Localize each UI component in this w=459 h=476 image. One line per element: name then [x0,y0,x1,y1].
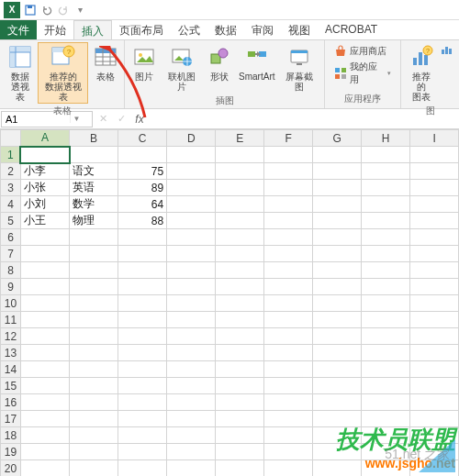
cell-A9[interactable] [20,279,69,295]
cell-G20[interactable] [313,460,362,477]
cell-C7[interactable] [118,246,167,262]
cell-B15[interactable] [70,378,118,394]
cell-E8[interactable] [216,262,264,279]
cell-B1[interactable] [70,147,118,163]
col-header-A[interactable]: A [20,130,69,147]
cell-A18[interactable] [20,427,69,444]
chart-icon-1[interactable] [441,46,453,57]
col-header-D[interactable]: D [167,130,216,147]
cell-I4[interactable] [410,196,459,213]
cell-I3[interactable] [410,180,459,196]
cell-F20[interactable] [264,460,313,477]
cell-E9[interactable] [216,279,264,295]
tab-acrobat[interactable]: ACROBAT [318,20,385,39]
cell-E4[interactable] [216,196,264,213]
cell-D10[interactable] [167,295,216,312]
cell-H14[interactable] [362,361,410,378]
recommended-charts-button[interactable]: ? 推荐的 图表 [405,42,437,104]
tab-home[interactable]: 开始 [37,20,73,39]
smartart-button[interactable]: SmartArt [237,42,277,83]
cell-E12[interactable] [216,328,264,345]
cell-F1[interactable] [264,147,313,163]
cell-D17[interactable] [167,411,216,427]
col-header-E[interactable]: E [216,130,264,147]
tab-file[interactable]: 文件 [0,20,37,39]
row-header-11[interactable]: 11 [1,312,21,328]
cell-B3[interactable]: 英语 [70,180,118,196]
cell-C10[interactable] [118,295,167,312]
cell-G18[interactable] [313,427,362,444]
cell-G10[interactable] [313,295,362,312]
cell-C4[interactable]: 64 [118,196,167,213]
cell-I2[interactable] [410,163,459,180]
cell-I20[interactable] [410,460,459,477]
row-header-8[interactable]: 8 [1,262,21,279]
tab-layout[interactable]: 页面布局 [112,20,171,39]
cell-F12[interactable] [264,328,313,345]
cell-B13[interactable] [70,345,118,361]
cell-A5[interactable]: 小王 [20,213,69,229]
cell-F15[interactable] [264,378,313,394]
col-header-B[interactable]: B [70,130,118,147]
cell-G6[interactable] [313,229,362,246]
cell-D18[interactable] [167,427,216,444]
cell-E3[interactable] [216,180,264,196]
cell-H13[interactable] [362,345,410,361]
cell-B4[interactable]: 数学 [70,196,118,213]
cell-E18[interactable] [216,427,264,444]
cell-A11[interactable] [20,312,69,328]
cell-D12[interactable] [167,328,216,345]
cell-A13[interactable] [20,345,69,361]
tab-insert[interactable]: 插入 [73,20,112,39]
cell-H9[interactable] [362,279,410,295]
cell-H16[interactable] [362,394,410,411]
cell-H1[interactable] [362,147,410,163]
undo-icon[interactable] [40,4,53,17]
cell-C5[interactable]: 88 [118,213,167,229]
row-header-17[interactable]: 17 [1,411,21,427]
cell-H20[interactable] [362,460,410,477]
cell-I5[interactable] [410,213,459,229]
row-header-10[interactable]: 10 [1,295,21,312]
cell-C18[interactable] [118,427,167,444]
screenshot-button[interactable]: 屏幕截图 [279,42,320,94]
cell-E7[interactable] [216,246,264,262]
row-header-3[interactable]: 3 [1,180,21,196]
row-header-1[interactable]: 1 [1,147,21,163]
cell-G8[interactable] [313,262,362,279]
cell-H17[interactable] [362,411,410,427]
cell-H7[interactable] [362,246,410,262]
cell-I17[interactable] [410,411,459,427]
cell-A14[interactable] [20,361,69,378]
online-pictures-button[interactable]: 联机图片 [161,42,202,94]
pivot-table-button[interactable]: 数据 透视表 [4,42,36,104]
cell-F6[interactable] [264,229,313,246]
cell-D5[interactable] [167,213,216,229]
cell-G13[interactable] [313,345,362,361]
cell-F13[interactable] [264,345,313,361]
col-header-H[interactable]: H [362,130,410,147]
cell-B18[interactable] [70,427,118,444]
row-header-19[interactable]: 19 [1,444,21,460]
col-header-C[interactable]: C [118,130,167,147]
row-header-12[interactable]: 12 [1,328,21,345]
cell-H10[interactable] [362,295,410,312]
col-header-I[interactable]: I [410,130,459,147]
cell-C20[interactable] [118,460,167,477]
cell-I6[interactable] [410,229,459,246]
cell-G2[interactable] [313,163,362,180]
cell-G19[interactable] [313,444,362,460]
tab-review[interactable]: 审阅 [244,20,281,39]
row-header-5[interactable]: 5 [1,213,21,229]
cell-A8[interactable] [20,262,69,279]
cell-B12[interactable] [70,328,118,345]
fx-icon[interactable]: fx [130,113,149,126]
cell-E14[interactable] [216,361,264,378]
spreadsheet-grid[interactable]: ABCDEFGHI12小李语文753小张英语894小刘数学645小王物理8867… [0,129,459,476]
cell-E5[interactable] [216,213,264,229]
redo-icon[interactable] [57,4,70,17]
cell-I12[interactable] [410,328,459,345]
cell-C11[interactable] [118,312,167,328]
cell-I13[interactable] [410,345,459,361]
cell-H5[interactable] [362,213,410,229]
